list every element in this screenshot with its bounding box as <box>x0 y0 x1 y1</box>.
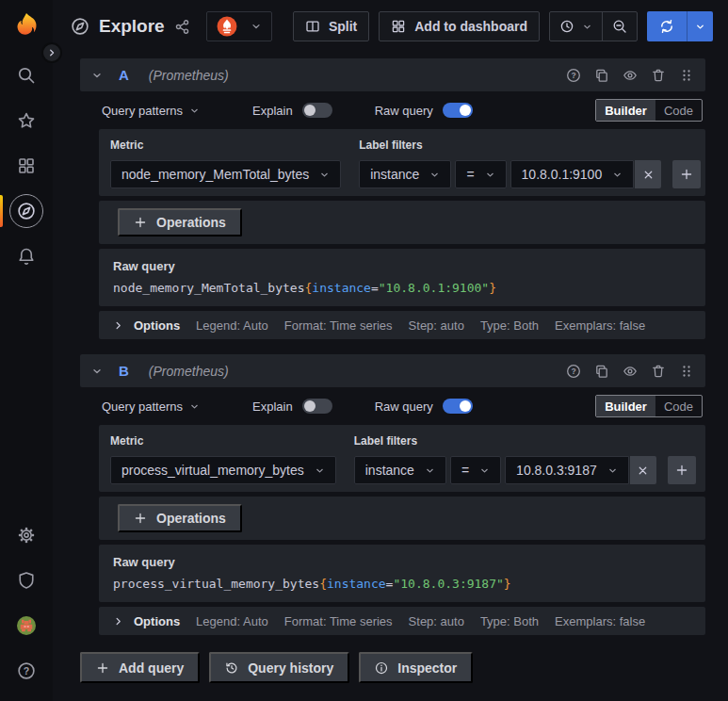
query-ref-id[interactable]: B <box>119 363 129 379</box>
share-icon[interactable] <box>174 19 190 35</box>
toggle-knob <box>304 105 315 116</box>
chevron-down-icon <box>429 170 440 180</box>
query-patterns-dropdown[interactable]: Query patterns <box>102 104 183 118</box>
footer-actions: Add query Query history Inspector <box>80 652 705 683</box>
filter-operator-select[interactable]: = <box>450 456 501 484</box>
duplicate-query-icon[interactable] <box>594 364 609 379</box>
label-filters-field: Label filters instance = <box>354 434 696 484</box>
plus-icon <box>134 216 147 229</box>
add-operation-button[interactable]: Operations <box>118 208 242 236</box>
builder-mode-button[interactable]: Builder <box>596 396 655 416</box>
raw-query-title: Raw query <box>113 259 691 273</box>
query-help-icon[interactable]: ? <box>566 364 581 379</box>
chevron-down-icon <box>91 70 103 81</box>
promql-metric: node_memory_MemTotal_bytes <box>113 281 305 295</box>
run-query-dropdown[interactable] <box>687 11 713 41</box>
filter-label-select[interactable]: instance <box>359 160 451 188</box>
drag-handle-icon[interactable] <box>679 364 694 379</box>
editor-mode-switch: Builder Code <box>595 395 703 417</box>
split-columns-icon <box>305 19 320 34</box>
toggle-knob <box>460 400 471 412</box>
split-button[interactable]: Split <box>293 11 369 41</box>
close-icon <box>642 169 655 181</box>
add-query-button[interactable]: Add query <box>80 652 200 683</box>
metric-select[interactable]: process_virtual_memory_bytes <box>110 456 336 484</box>
remove-filter-button[interactable] <box>630 456 656 484</box>
remove-query-trash-icon[interactable] <box>651 364 666 379</box>
grafana-logo-icon[interactable] <box>11 11 41 41</box>
hide-response-eye-icon[interactable] <box>623 68 638 83</box>
raw-query-title: Raw query <box>113 555 691 569</box>
query-patterns-dropdown[interactable]: Query patterns <box>102 399 183 414</box>
options-expand-button[interactable] <box>113 616 123 627</box>
sidebar-item-favorites[interactable] <box>0 98 53 143</box>
raw-query-toggle[interactable] <box>443 103 473 118</box>
add-filter-button[interactable] <box>672 160 701 188</box>
sidebar-item-security[interactable] <box>0 558 53 603</box>
sidebar-item-help[interactable]: ? <box>0 648 53 693</box>
star-icon <box>17 111 36 130</box>
explain-toggle[interactable] <box>302 103 332 118</box>
add-to-dashboard-button[interactable]: Add to dashboard <box>379 11 540 41</box>
raw-query-toggle[interactable] <box>443 399 473 414</box>
metric-select[interactable]: node_memory_MemTotal_bytes <box>110 160 341 188</box>
builder-mode-button[interactable]: Builder <box>596 100 655 121</box>
code-mode-button[interactable]: Code <box>655 396 702 416</box>
options-expand-button[interactable] <box>113 320 123 331</box>
query-header-actions: ? <box>566 364 694 379</box>
user-avatar <box>17 616 36 635</box>
chevron-down-icon[interactable] <box>189 401 200 412</box>
plus-icon <box>96 661 109 675</box>
collapse-query-button[interactable] <box>91 70 103 81</box>
dashboard-grid-icon <box>391 19 406 34</box>
sidebar-item-alerting[interactable] <box>0 234 53 279</box>
compass-icon <box>17 202 36 220</box>
chevron-down-icon <box>319 170 330 180</box>
sidebar-expand-button[interactable] <box>41 42 62 63</box>
metric-field-label: Metric <box>110 434 336 448</box>
hide-response-eye-icon[interactable] <box>623 364 638 379</box>
inspector-button[interactable]: Inspector <box>359 652 473 683</box>
sidebar-item-settings[interactable] <box>0 513 53 558</box>
app-window: ? Explore Split <box>0 0 728 701</box>
query-history-button[interactable]: Query history <box>209 652 349 683</box>
filter-value-select[interactable]: 10.8.0.1:9100 <box>510 160 635 188</box>
query-help-icon[interactable]: ? <box>566 68 581 83</box>
collapse-query-button[interactable] <box>91 366 103 377</box>
drag-handle-icon[interactable] <box>679 68 694 83</box>
filter-label-select[interactable]: instance <box>354 456 446 484</box>
svg-text:?: ? <box>571 367 575 376</box>
run-query-button[interactable] <box>647 11 713 41</box>
filter-operator-select[interactable]: = <box>455 160 506 188</box>
options-title[interactable]: Options <box>134 614 180 628</box>
active-ring <box>9 194 43 228</box>
remove-filter-button[interactable] <box>635 160 661 188</box>
query-ref-id[interactable]: A <box>119 67 129 83</box>
metric-builder-card: Metric process_virtual_memory_bytes Labe… <box>99 425 705 492</box>
options-title[interactable]: Options <box>134 318 180 333</box>
chevron-down-icon[interactable] <box>189 106 200 116</box>
datasource-picker[interactable] <box>206 11 272 41</box>
zoom-out-button[interactable] <box>603 12 637 41</box>
sidebar-item-dashboards[interactable] <box>0 143 53 188</box>
code-mode-button[interactable]: Code <box>655 100 702 121</box>
time-picker-button[interactable] <box>550 12 602 41</box>
filter-value-select[interactable]: 10.8.0.3:9187 <box>505 456 629 484</box>
add-operation-button[interactable]: Operations <box>118 504 242 532</box>
time-range-controls <box>549 11 638 41</box>
duplicate-query-icon[interactable] <box>594 68 609 83</box>
remove-query-trash-icon[interactable] <box>651 68 666 83</box>
raw-query-card: Raw query process_virtual_memory_bytes{i… <box>99 545 705 602</box>
metric-select-value: process_virtual_memory_bytes <box>121 463 304 478</box>
main-area: Explore Split Add to dashboard <box>53 0 728 701</box>
explain-toggle[interactable] <box>302 399 332 414</box>
query-header: A (Prometheus) ? <box>80 58 705 91</box>
toggle-knob <box>460 105 471 116</box>
sidebar-item-explore[interactable] <box>0 188 53 234</box>
query-datasource-label: (Prometheus) <box>149 68 229 83</box>
sidebar-item-profile[interactable] <box>0 603 53 648</box>
metric-field: Metric node_memory_MemTotal_bytes <box>110 139 341 188</box>
promql-label: instance <box>312 281 371 295</box>
add-filter-button[interactable] <box>668 456 696 484</box>
label-filters-label: Label filters <box>354 434 696 448</box>
